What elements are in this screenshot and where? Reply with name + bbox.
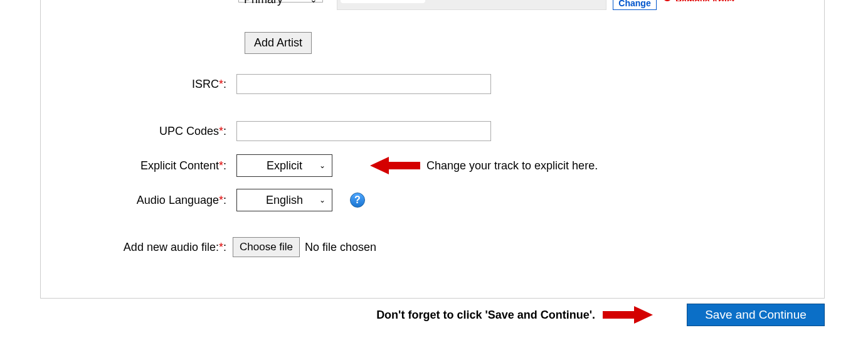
language-label: Audio Language*: xyxy=(41,194,229,207)
svg-marker-1 xyxy=(603,306,653,324)
required-asterisk: * xyxy=(219,159,223,172)
help-icon[interactable]: ? xyxy=(350,193,365,208)
arrow-left-icon xyxy=(370,156,420,176)
chevron-down-icon: ⌄ xyxy=(319,161,326,170)
chevron-down-icon: ⌄ xyxy=(319,196,326,204)
isrc-row: ISRC*: xyxy=(41,74,491,94)
arrow-right-icon xyxy=(603,305,653,325)
no-file-text: No file chosen xyxy=(305,241,376,254)
choose-file-button[interactable]: Choose file xyxy=(233,237,300,257)
svg-marker-0 xyxy=(370,157,420,174)
explicit-label-text: Explicit Content xyxy=(140,159,219,172)
explicit-value: Explicit xyxy=(267,159,302,172)
upc-input[interactable] xyxy=(236,121,491,141)
isrc-label: ISRC*: xyxy=(41,78,229,91)
artist-role-select[interactable]: Primary ⌄ xyxy=(238,0,323,3)
required-asterisk: * xyxy=(219,125,223,137)
isrc-label-text: ISRC xyxy=(192,78,219,90)
language-value: English xyxy=(266,194,303,207)
upc-label-text: UPC Codes xyxy=(159,125,219,137)
remove-label: Remove Artist xyxy=(675,0,734,1)
artist-search-inner xyxy=(341,0,425,3)
audio-file-label: Add new audio file:*: xyxy=(41,241,229,254)
explicit-select[interactable]: Explicit ⌄ xyxy=(236,154,332,177)
artist-search-box[interactable] xyxy=(337,0,606,10)
explicit-label: Explicit Content*: xyxy=(41,159,229,172)
change-artist-button[interactable]: Change xyxy=(613,0,657,10)
form-panel: Primary ⌄ Change Remove Artist Add Artis… xyxy=(40,0,825,299)
audio-file-label-text: Add new audio file: xyxy=(124,241,219,253)
explicit-annotation: Change your track to explicit here. xyxy=(426,159,598,172)
artist-role-value: Primary xyxy=(244,0,283,6)
audio-file-row: Add new audio file:*: Choose file No fil… xyxy=(41,237,376,257)
remove-icon xyxy=(663,0,672,1)
explicit-row: Explicit Content*: Explicit ⌄ Change you… xyxy=(41,154,598,177)
language-select[interactable]: English ⌄ xyxy=(236,189,332,211)
language-label-text: Audio Language xyxy=(137,194,219,206)
upc-label: UPC Codes*: xyxy=(41,125,229,138)
isrc-input[interactable] xyxy=(236,74,491,94)
required-asterisk: * xyxy=(219,194,223,206)
change-label: Change xyxy=(618,0,650,8)
save-continue-button[interactable]: Save and Continue xyxy=(687,304,825,326)
chevron-down-icon: ⌄ xyxy=(310,0,317,4)
upc-row: UPC Codes*: xyxy=(41,121,491,141)
language-row: Audio Language*: English ⌄ ? xyxy=(41,189,365,211)
required-asterisk: * xyxy=(219,241,223,253)
remove-artist-button[interactable]: Remove Artist xyxy=(663,0,734,1)
save-annotation: Don't forget to click 'Save and Continue… xyxy=(376,309,595,322)
footer-row: Don't forget to click 'Save and Continue… xyxy=(40,304,825,326)
add-artist-button[interactable]: Add Artist xyxy=(245,32,312,54)
required-asterisk: * xyxy=(219,78,223,90)
